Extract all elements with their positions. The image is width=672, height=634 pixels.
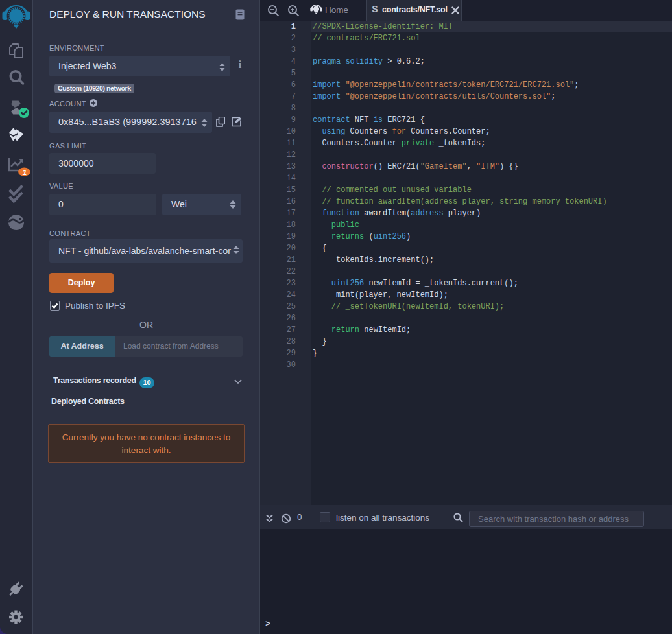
svg-text:1: 1 [23,169,27,176]
